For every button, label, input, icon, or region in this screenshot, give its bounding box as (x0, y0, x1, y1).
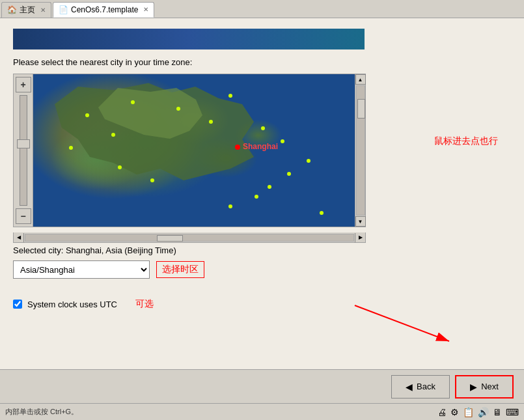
zoom-out-button[interactable]: − (16, 208, 31, 224)
next-button[interactable]: ▶ Next (455, 375, 514, 399)
shanghai-dot (235, 145, 240, 150)
tab-home[interactable]: 🏠 主页 ✕ (1, 2, 51, 18)
scroll-thumb-h (157, 235, 183, 242)
scroll-up-arrow[interactable]: ▲ (355, 74, 366, 85)
next-icon: ▶ (470, 382, 477, 392)
city-dot (261, 126, 265, 130)
city-dot (111, 133, 115, 137)
map-bottom-scrollbar[interactable]: ◀ ▶ (13, 232, 366, 243)
tab-template-label: CenOs6.7.template (71, 5, 138, 14)
scroll-right-arrow[interactable]: ▶ (355, 233, 365, 242)
shanghai-marker: Shanghai (235, 145, 240, 150)
instruction-text: Please select the nearest city in your t… (13, 57, 511, 67)
status-text: 内部单击或按 Ctrl+G。 (5, 407, 78, 417)
tab-template[interactable]: 📄 CenOs6.7.template ✕ (53, 2, 154, 18)
system-clock-label: System clock uses UTC (27, 300, 117, 309)
city-dot (320, 211, 324, 215)
status-icon-3: 📋 (463, 407, 474, 417)
status-icon-1: 🖨 (437, 407, 447, 417)
city-dot (209, 120, 213, 124)
status-icon-4: 🔊 (478, 407, 489, 417)
zoom-slider[interactable] (20, 95, 27, 206)
shanghai-label: Shanghai (243, 142, 278, 151)
timezone-select-wrapper: Asia/Shanghai Asia/Tokyo Asia/Seoul Amer… (13, 260, 150, 279)
city-dot (69, 146, 73, 150)
system-clock-checkbox[interactable] (13, 300, 22, 309)
scroll-track-h[interactable] (25, 234, 354, 242)
zoom-in-button[interactable]: + (16, 77, 31, 92)
timezone-row: Asia/Shanghai Asia/Tokyo Asia/Seoul Amer… (13, 260, 511, 279)
selected-city-text: Selected city: Shanghai, Asia (Beijing T… (13, 245, 511, 255)
next-label: Next (481, 382, 499, 391)
city-dot (228, 204, 232, 208)
city-dot (131, 100, 135, 104)
city-dot (255, 195, 258, 199)
clock-row: System clock uses UTC 可选 (13, 298, 511, 310)
city-dot (118, 165, 122, 169)
optional-label: 可选 (135, 298, 154, 310)
tab-home-close[interactable]: ✕ (40, 7, 46, 14)
status-icons: 🖨 ⚙ 📋 🔊 🖥 ⌨ (437, 407, 519, 417)
status-icon-2: ⚙ (450, 407, 459, 417)
city-dot (281, 139, 284, 143)
zoom-thumb (17, 139, 30, 148)
scroll-left-arrow[interactable]: ◀ (14, 233, 24, 242)
scroll-down-arrow[interactable]: ▼ (355, 216, 366, 227)
map-scrollbar-right[interactable]: ▲ ▼ (355, 74, 366, 227)
tab-bar: 🏠 主页 ✕ 📄 CenOs6.7.template ✕ (0, 0, 524, 18)
tab-home-label: 主页 (20, 5, 35, 16)
select-timezone-button[interactable]: 选择时区 (156, 261, 204, 278)
main-content: Please select the nearest city in your t… (0, 18, 524, 403)
city-dot (228, 94, 232, 98)
back-label: Back (417, 382, 435, 391)
status-icon-5: 🖥 (493, 407, 502, 417)
city-dot (287, 172, 291, 176)
bottom-bar: ◀ Back ▶ Next (0, 369, 524, 403)
back-button[interactable]: ◀ Back (391, 375, 450, 399)
timezone-select[interactable]: Asia/Shanghai Asia/Tokyo Asia/Seoul Amer… (13, 260, 150, 279)
city-dot (150, 178, 154, 182)
svg-line-1 (355, 305, 449, 341)
status-icon-6: ⌨ (506, 407, 519, 417)
city-dot (176, 107, 180, 111)
city-dot (268, 185, 271, 189)
city-dot (307, 159, 310, 163)
scroll-track-v[interactable] (356, 85, 365, 216)
top-banner (13, 29, 365, 49)
map-area[interactable]: Shanghai (33, 74, 355, 227)
scroll-thumb-v (357, 99, 365, 119)
back-icon: ◀ (406, 382, 413, 392)
home-icon: 🏠 (7, 5, 17, 14)
map-background: Shanghai (33, 74, 355, 227)
city-dot (85, 113, 89, 117)
map-container: + − (13, 74, 511, 227)
status-bar: 内部单击或按 Ctrl+G。 🖨 ⚙ 📋 🔊 🖥 ⌨ (0, 403, 524, 420)
map-zoom-controls: + − (13, 74, 33, 227)
template-icon: 📄 (59, 5, 68, 14)
mouse-annotation: 鼠标进去点也行 (434, 135, 498, 147)
tab-template-close[interactable]: ✕ (143, 6, 148, 13)
